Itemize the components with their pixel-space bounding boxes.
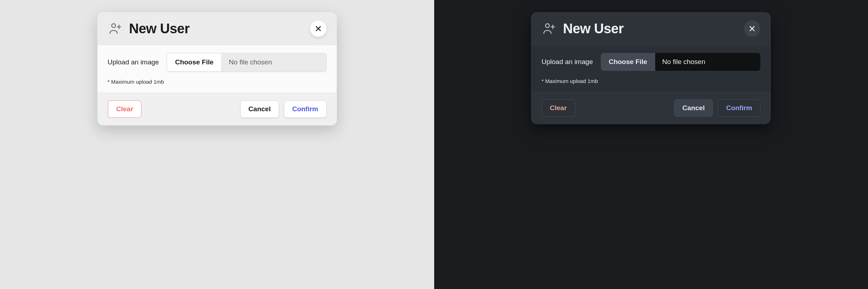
card-header: New User: [531, 13, 770, 45]
new-user-card: New User Upload an image Choose File No …: [97, 12, 337, 126]
close-button[interactable]: [744, 20, 760, 37]
clear-button[interactable]: Clear: [541, 99, 575, 117]
user-plus-icon: [108, 21, 122, 36]
cancel-button[interactable]: Cancel: [240, 101, 279, 118]
card-header: New User: [98, 13, 337, 45]
clear-button[interactable]: Clear: [108, 100, 142, 118]
card-body: Upload an image Choose File No file chos…: [98, 45, 337, 93]
cancel-button[interactable]: Cancel: [674, 99, 713, 117]
confirm-button[interactable]: Confirm: [284, 101, 327, 118]
file-status-text: No file chosen: [222, 53, 326, 71]
upload-label: Upload an image: [541, 58, 593, 66]
upload-label: Upload an image: [108, 58, 159, 66]
svg-point-0: [112, 24, 116, 28]
svg-point-5: [546, 24, 550, 28]
dialog-title: New User: [563, 21, 623, 36]
upload-row: Upload an image Choose File No file chos…: [541, 53, 760, 71]
user-plus-icon: [541, 21, 556, 36]
choose-file-button[interactable]: Choose File: [167, 53, 222, 71]
upload-hint: * Maximum upload 1mb: [108, 79, 327, 85]
upload-hint: * Maximum upload 1mb: [541, 78, 760, 84]
upload-row: Upload an image Choose File No file chos…: [108, 53, 327, 72]
file-status-text: No file chosen: [655, 53, 761, 71]
close-icon: [749, 25, 756, 32]
close-button[interactable]: [310, 20, 327, 37]
card-body: Upload an image Choose File No file chos…: [531, 45, 770, 92]
choose-file-button[interactable]: Choose File: [601, 53, 655, 71]
dialog-title: New User: [129, 21, 190, 36]
confirm-button[interactable]: Confirm: [718, 99, 760, 117]
card-footer: Clear Cancel Confirm: [531, 92, 770, 124]
file-input-group: Choose File No file chosen: [167, 53, 326, 72]
dark-theme-pane: New User Upload an image Choose File No …: [434, 0, 868, 289]
file-input-group: Choose File No file chosen: [601, 53, 760, 71]
card-footer: Clear Cancel Confirm: [98, 93, 337, 125]
new-user-card: New User Upload an image Choose File No …: [531, 12, 771, 124]
light-theme-pane: New User Upload an image Choose File No …: [0, 0, 434, 289]
close-icon: [315, 25, 322, 32]
